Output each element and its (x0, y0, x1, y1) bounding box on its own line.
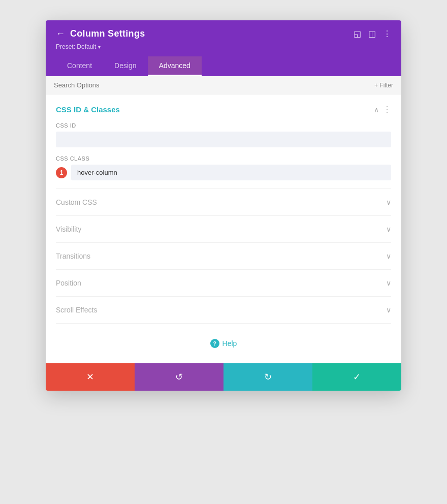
section-position-title: Position (56, 279, 81, 287)
css-id-input[interactable] (56, 132, 391, 147)
filter-button[interactable]: + Filter (374, 82, 393, 89)
section-transitions-header[interactable]: Transitions ∨ (56, 243, 391, 269)
help-label: Help (222, 339, 237, 348)
section-custom-css-title: Custom CSS (56, 198, 97, 206)
preset-text: Preset: Default (56, 43, 96, 50)
section-collapse-icon[interactable]: ∧ (374, 106, 379, 114)
tab-advanced[interactable]: Advanced (148, 56, 202, 76)
modal-header: ← Column Settings ◱ ◫ ⋮ Preset: Default … (46, 20, 401, 76)
section-custom-css-chevron-icon: ∨ (386, 198, 391, 206)
section-visibility-chevron-icon: ∨ (386, 225, 391, 233)
css-id-classes-section: CSS ID & Classes ∧ ⋮ CSS ID CSS Class 1 (56, 94, 391, 189)
section-position-header[interactable]: Position ∨ (56, 270, 391, 296)
section-transitions: Transitions ∨ (56, 243, 391, 270)
reset-button[interactable]: ↺ (135, 363, 224, 391)
tab-design[interactable]: Design (103, 56, 148, 76)
section-scroll-effects-chevron-icon: ∨ (386, 306, 391, 314)
section-header: CSS ID & Classes ∧ ⋮ (56, 105, 391, 114)
css-class-badge-row: 1 (56, 165, 391, 180)
header-right: ◱ ◫ ⋮ (354, 29, 391, 39)
tab-bar: Content Design Advanced (56, 56, 391, 76)
section-position: Position ∨ (56, 270, 391, 297)
tab-content[interactable]: Content (56, 56, 103, 76)
header-top: ← Column Settings ◱ ◫ ⋮ (56, 28, 391, 39)
css-class-input[interactable] (71, 165, 391, 180)
section-title: CSS ID & Classes (56, 105, 120, 114)
footer: ✕ ↺ ↻ ✓ (46, 363, 401, 391)
fullscreen-icon[interactable]: ◱ (354, 29, 361, 39)
section-custom-css-header[interactable]: Custom CSS ∨ (56, 189, 391, 215)
search-bar: + Filter (46, 76, 401, 94)
back-icon[interactable]: ← (56, 28, 65, 39)
section-actions: ∧ ⋮ (374, 105, 391, 114)
preset-selector[interactable]: Preset: Default ▾ (56, 43, 391, 50)
help-icon: ? (210, 339, 219, 348)
section-custom-css: Custom CSS ∨ (56, 189, 391, 216)
css-class-badge: 1 (56, 167, 67, 178)
css-class-label: CSS Class (56, 155, 391, 162)
css-id-label: CSS ID (56, 122, 391, 129)
cancel-button[interactable]: ✕ (46, 363, 135, 391)
section-scroll-effects-header[interactable]: Scroll Effects ∨ (56, 297, 391, 323)
section-more-icon[interactable]: ⋮ (383, 105, 391, 114)
css-id-field-group: CSS ID (56, 122, 391, 147)
section-visibility-title: Visibility (56, 225, 81, 233)
preset-chevron-icon: ▾ (98, 44, 101, 50)
more-options-icon[interactable]: ⋮ (383, 29, 391, 39)
section-scroll-effects: Scroll Effects ∨ (56, 297, 391, 324)
save-button[interactable]: ✓ (312, 363, 401, 391)
section-visibility-header[interactable]: Visibility ∨ (56, 216, 391, 242)
collapsible-sections: Custom CSS ∨ Visibility ∨ Transitions ∨ … (56, 189, 391, 324)
search-input[interactable] (54, 81, 374, 89)
modal-title: Column Settings (70, 28, 145, 39)
section-transitions-chevron-icon: ∨ (386, 252, 391, 260)
section-position-chevron-icon: ∨ (386, 279, 391, 287)
section-transitions-title: Transitions (56, 252, 90, 260)
main-content: CSS ID & Classes ∧ ⋮ CSS ID CSS Class 1 (46, 94, 401, 363)
layout-icon[interactable]: ◫ (368, 29, 376, 39)
header-left: ← Column Settings (56, 28, 145, 39)
section-scroll-effects-title: Scroll Effects (56, 306, 97, 314)
css-class-field-group: CSS Class 1 (56, 155, 391, 180)
column-settings-modal: ← Column Settings ◱ ◫ ⋮ Preset: Default … (46, 20, 401, 391)
redo-button[interactable]: ↻ (224, 363, 312, 391)
section-visibility: Visibility ∨ (56, 216, 391, 243)
help-section[interactable]: ? Help (56, 324, 391, 353)
